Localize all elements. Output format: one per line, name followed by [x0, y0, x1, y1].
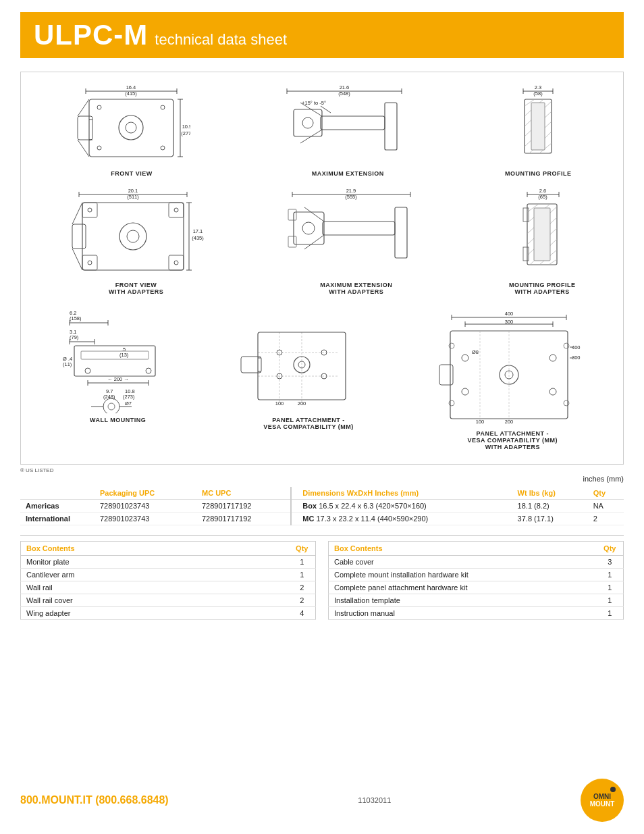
mc-label: MC: [302, 515, 314, 523]
footer-doc-number: 11032011: [358, 796, 391, 804]
packaging-table: Packaging UPC MC UPC Dimensions WxDxH In…: [20, 487, 624, 525]
footer-phone: 800.MOUNT.IT (800.668.6848): [20, 794, 169, 806]
svg-text:(273): (273): [123, 394, 135, 400]
list-item: Wall rail cover 2: [21, 594, 316, 607]
svg-text:2.6: 2.6: [539, 188, 546, 194]
svg-text:2.3: 2.3: [535, 84, 541, 90]
wall-mounting-svg: 6.2 (158) 3.1 (79) Ø .4 (11) .5 (13) 9.7…: [57, 305, 179, 413]
intl-qty: 2: [588, 513, 624, 525]
svg-point-61: [119, 223, 146, 250]
svg-point-168: [564, 343, 569, 348]
list-item: Cable cover 3: [329, 556, 624, 569]
mounting-profile-svg: 2.3 (58): [511, 79, 565, 167]
vesa-adapters-svg: 400 300 Ø8: [438, 305, 587, 427]
table-row: International 728901023743 728901717192 …: [20, 513, 624, 525]
inches-mm-note: inches (mm): [0, 475, 644, 483]
svg-point-70: [88, 261, 92, 265]
svg-point-169: [449, 400, 454, 406]
front-view-adapters-cell: 20.1 (511) 17.1 (435): [69, 184, 204, 295]
svg-rect-84: [288, 236, 296, 247]
svg-point-17: [161, 105, 165, 109]
svg-line-72: [72, 203, 82, 224]
svg-rect-63: [72, 224, 86, 249]
logo-mount: MOUNT: [590, 800, 615, 808]
svg-rect-123: [81, 351, 149, 359]
svg-text:(79): (79): [70, 334, 79, 340]
box-contents-right-table: Box Contents Qty Cable cover 3 Complete …: [328, 541, 624, 620]
omni-mount-logo: OMNI MOUNT: [581, 779, 624, 822]
svg-point-16: [97, 105, 101, 109]
item-name: Wall rail cover: [21, 594, 289, 607]
table-row: Americas 728901023743 728901717192 Box 1…: [20, 500, 624, 513]
svg-point-19: [161, 146, 165, 150]
list-item: Complete mount installation hardware kit…: [329, 569, 624, 581]
item-name: Instruction manual: [329, 607, 597, 620]
mounting-profile-adapters-svg: 2.6 (65): [515, 184, 569, 278]
svg-rect-64: [82, 203, 97, 217]
svg-point-11: [119, 115, 143, 140]
mounting-profile-adapters-cell: 2.6 (65) MOUNTING PROFILEWITH ADAPTERS: [509, 184, 576, 295]
svg-rect-103: [523, 247, 529, 261]
front-view-adapters-svg: 20.1 (511) 17.1 (435): [69, 184, 204, 278]
americas-mc-upc: 728901717192: [196, 500, 291, 513]
svg-text:400: 400: [505, 311, 514, 317]
wall-mounting-label: WALL MOUNTING: [90, 417, 146, 423]
list-item: Monitor plate 1: [21, 556, 316, 569]
max-extension-cell: 21.6 (548) +15° to -5° MAXIMUM EXTENSION: [280, 79, 415, 177]
svg-point-82: [302, 222, 315, 234]
svg-text:(415): (415): [126, 90, 138, 97]
item-name: Wing adapter: [21, 607, 289, 620]
diagram-row-1: 16.4 (415) 10.9 (277): [28, 79, 616, 177]
svg-rect-101: [534, 208, 550, 261]
svg-text:16.4: 16.4: [126, 84, 136, 90]
item-qty: 2: [289, 594, 316, 607]
svg-text:(548): (548): [338, 90, 350, 97]
svg-text:(13): (13): [119, 352, 129, 358]
svg-point-32: [302, 118, 313, 128]
vesa-adapters-label: PANEL ATTACHMENT -VESA COMPATABILITY (mm…: [468, 430, 558, 450]
americas-label: Americas: [20, 500, 95, 513]
svg-point-18: [97, 146, 101, 150]
item-qty: 4: [289, 607, 316, 620]
list-item: Installation template 1: [329, 594, 624, 607]
svg-text:20.1: 20.1: [128, 188, 138, 194]
mounting-profile-adapters-label: MOUNTING PROFILEWITH ADAPTERS: [509, 282, 576, 295]
svg-point-170: [564, 400, 569, 406]
front-view-svg: 16.4 (415) 10.9 (277): [72, 79, 190, 167]
svg-point-69: [174, 208, 178, 212]
svg-text:300: 300: [572, 355, 581, 361]
svg-rect-67: [169, 255, 184, 270]
item-qty: 1: [597, 594, 624, 607]
svg-rect-80: [323, 221, 395, 235]
americas-wt: 18.1 (8.2): [512, 500, 588, 513]
dimensions-header: Dimensions WxDxH Inches (mm): [291, 487, 512, 500]
max-extension-label: MAXIMUM EXTENSION: [312, 170, 384, 177]
svg-text:(555): (555): [345, 194, 357, 200]
intl-dims-row: MC 17.3 x 23.2 x 11.4 (440×590×290): [291, 513, 512, 525]
max-extension-svg: 21.6 (548) +15° to -5°: [280, 79, 415, 167]
item-qty: 1: [597, 581, 624, 594]
list-item: Wing adapter 4: [21, 607, 316, 620]
intl-pkg-upc: 728901023743: [95, 513, 196, 525]
ul-text: ® US LISTED: [20, 467, 53, 473]
svg-point-167: [449, 343, 454, 348]
svg-point-124: [85, 368, 90, 373]
svg-rect-30: [321, 116, 385, 130]
svg-rect-49: [531, 103, 545, 150]
mc-upc-header: MC UPC: [196, 487, 291, 500]
item-name: Wall rail: [21, 581, 289, 594]
svg-text:← 200 →: ← 200 →: [107, 376, 129, 382]
model-name: ULPC-M: [34, 19, 148, 51]
svg-point-125: [146, 368, 151, 373]
front-view-cell: 16.4 (415) 10.9 (277): [72, 79, 190, 177]
region-header: [20, 487, 95, 500]
svg-rect-81: [294, 212, 324, 244]
item-name: Cantilever arm: [21, 569, 289, 581]
international-label: International: [20, 513, 95, 525]
svg-text:(65): (65): [538, 194, 547, 200]
wall-mounting-cell: 6.2 (158) 3.1 (79) Ø .4 (11) .5 (13) 9.7…: [57, 305, 179, 423]
item-name: Monitor plate: [21, 556, 289, 569]
svg-rect-65: [169, 203, 184, 217]
logo-omni: OMNI: [590, 793, 615, 800]
wt-header: Wt lbs (kg): [512, 487, 588, 500]
